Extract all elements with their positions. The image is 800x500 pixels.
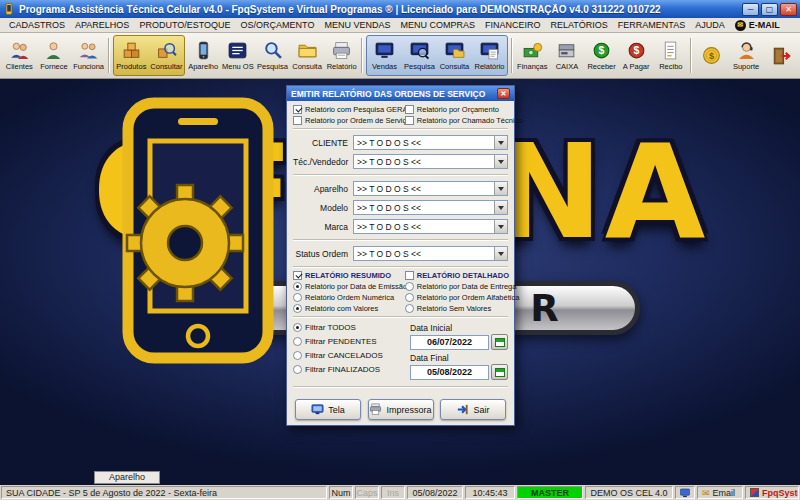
status-date: 05/08/2022 (407, 486, 463, 499)
payables-icon: $ (626, 40, 647, 61)
status-ordem-select-row: Status Ordem >> T O D O S << (293, 246, 508, 261)
checkbox-detalhado[interactable]: RELATÓRIO DETALHADO (405, 271, 508, 280)
chevron-down-icon[interactable] (494, 220, 507, 233)
radio-label: Relatório por Data de Emissão (305, 282, 407, 291)
aparelho-select[interactable]: >> T O D O S << (353, 181, 508, 196)
menu-ajuda[interactable]: AJUDA (690, 20, 730, 30)
status-email-panel[interactable]: ✉ Email (697, 486, 743, 499)
menu-cadastros[interactable]: CADASTROS (4, 20, 70, 30)
device-icon (193, 40, 214, 61)
toolbar-aparelho-button[interactable]: Aparelho (186, 34, 221, 77)
toolbar-relatorio-os-button[interactable]: Relatório (324, 34, 359, 77)
divider (293, 174, 508, 176)
toolbar-pesquisa-os-button[interactable]: Pesquisa (255, 34, 290, 77)
dialog-close-icon[interactable]: ✕ (497, 88, 510, 99)
exit-arrow-icon (456, 403, 469, 416)
menu-financeiro[interactable]: FINANCEIRO (480, 20, 546, 30)
radio-filtrar-cancelados[interactable]: Filtrar CANCELADOS (293, 351, 410, 360)
menu-produto-estoque[interactable]: PRODUTO/ESTOQUE (134, 20, 235, 30)
modelo-select[interactable]: >> T O D O S << (353, 200, 508, 215)
toolbar-apagar-button[interactable]: $ A Pagar (619, 34, 654, 77)
toolbar-receber-button[interactable]: $ Receber (584, 34, 619, 77)
toolbar-relatorio-vendas-button[interactable]: Relatório (472, 36, 507, 75)
menu-aparelhos[interactable]: APARELHOS (70, 20, 134, 30)
screen-icon (311, 403, 324, 416)
toolbar-suporte-button[interactable]: Suporte (729, 34, 764, 77)
toolbar-recibo-button[interactable]: Recibo (654, 34, 689, 77)
cliente-label: CLIENTE (293, 138, 353, 148)
data-inicial-field[interactable]: 06/07/2022 (410, 335, 489, 350)
toolbar-moedas-button[interactable]: $ (694, 34, 729, 77)
service-orders-icon (227, 40, 248, 61)
close-icon[interactable]: ✕ (780, 3, 797, 16)
toolbar-label: Receber (587, 62, 615, 71)
calendar-button[interactable] (491, 334, 508, 350)
title-bar: Programa Assistência Técnica Celular v4.… (0, 0, 800, 18)
menu-os-orcamento[interactable]: OS/ORÇAMENTO (236, 20, 320, 30)
checkbox-por-ordem-servico[interactable]: Relatório por Ordem de Serviço (293, 116, 405, 125)
radio-sem-valores[interactable]: Relatório Sem Valores (405, 304, 508, 313)
chevron-down-icon[interactable] (494, 182, 507, 195)
toolbar-consulta-vendas-button[interactable]: Consulta (437, 36, 472, 75)
radio-com-valores[interactable]: Relatório com Valores (293, 304, 405, 313)
radio-ordem-alfabetica[interactable]: Relatório por Ordem Alfabética (405, 293, 508, 302)
marca-select[interactable]: >> T O D O S << (353, 219, 508, 234)
status-ordem-select[interactable]: >> T O D O S << (353, 246, 508, 261)
toolbar-consultar-produtos-button[interactable]: Consultar (149, 36, 184, 75)
finance-icon (522, 40, 543, 61)
minimize-icon[interactable]: ─ (742, 3, 759, 16)
impressora-button[interactable]: Impressora (368, 399, 434, 420)
toolbar-sair-button[interactable] (763, 34, 798, 77)
toolbar-separator (690, 38, 692, 73)
menu-ferramentas[interactable]: FERRAMENTAS (613, 20, 690, 30)
checkbox-pesquisa-geral[interactable]: Relatório com Pesquisa GERAL (293, 105, 405, 114)
svg-text:$: $ (599, 44, 605, 56)
toolbar-financas-button[interactable]: Finanças (515, 34, 550, 77)
toolbar-menu-os-button[interactable]: Menu OS (221, 34, 256, 77)
radio-icon (405, 304, 414, 313)
chevron-down-icon[interactable] (494, 155, 507, 168)
checkbox-por-chamado-tecnico[interactable]: Relatório por Chamado Técnico (405, 116, 508, 125)
checkbox-icon (405, 105, 414, 114)
toolbar-vendas-button[interactable]: Vendas (367, 36, 402, 75)
menu-email-label: E-MAIL (749, 20, 780, 30)
calendar-button[interactable] (491, 364, 508, 380)
chevron-down-icon[interactable] (494, 201, 507, 214)
toolbar-pesquisa-vendas-button[interactable]: Pesquisa (402, 36, 437, 75)
radio-filtrar-finalizados[interactable]: Filtrar FINALIZADOS (293, 365, 410, 374)
radio-icon (405, 293, 414, 302)
toolbar-produtos-button[interactable]: Produtos (114, 36, 149, 75)
menu-compras[interactable]: MENU COMPRAS (395, 20, 480, 30)
aparelho-floating-panel: Aparelho (94, 471, 160, 484)
cliente-select[interactable]: >> T O D O S << (353, 135, 508, 150)
toolbar-label: Menu OS (222, 62, 254, 71)
marca-select-row: Marca >> T O D O S << (293, 219, 508, 234)
sair-button[interactable]: Sair (440, 399, 506, 420)
radio-filtrar-pendentes[interactable]: Filtrar PENDENTES (293, 337, 410, 346)
radio-data-emissao[interactable]: Relatório por Data de Emissão (293, 282, 405, 291)
tela-button[interactable]: Tela (295, 399, 361, 420)
toolbar-funcionarios-button[interactable]: Funciona (71, 34, 106, 77)
toolbar-label: A Pagar (623, 62, 650, 71)
radio-filtrar-todos[interactable]: Filtrar TODOS (293, 323, 410, 332)
checkbox-resumido[interactable]: RELATÓRIO RESUMIDO (293, 271, 405, 280)
chevron-down-icon[interactable] (494, 136, 507, 149)
menu-email[interactable]: ✉ E-MAIL (730, 20, 785, 31)
toolbar-consulta-os-button[interactable]: Consulta (290, 34, 325, 77)
checkbox-por-orcamento[interactable]: Relatório por Orçamento (405, 105, 508, 114)
toolbar-caixa-button[interactable]: CAIXA (550, 34, 585, 77)
status-brand-label: FpqSystem (762, 488, 799, 498)
menu-bar: CADASTROS APARELHOS PRODUTO/ESTOQUE OS/O… (0, 18, 800, 33)
toolbar-fornecedores-button[interactable]: Fornece (37, 34, 72, 77)
radio-data-entrega[interactable]: Relatório por Data de Entrega (405, 282, 508, 291)
cliente-value: >> T O D O S << (357, 138, 421, 148)
data-final-field[interactable]: 05/08/2022 (410, 365, 489, 380)
marca-label: Marca (293, 222, 353, 232)
maximize-icon[interactable]: ▢ (761, 3, 778, 16)
toolbar-clientes-button[interactable]: Clientes (2, 34, 37, 77)
menu-relatorios[interactable]: RELATÓRIOS (545, 20, 612, 30)
menu-vendas[interactable]: MENU VENDAS (319, 20, 395, 30)
chevron-down-icon[interactable] (494, 247, 507, 260)
tecnico-select[interactable]: >> T O D O S << (353, 154, 508, 169)
radio-ordem-numerica[interactable]: Relatório Ordem Numérica (293, 293, 405, 302)
